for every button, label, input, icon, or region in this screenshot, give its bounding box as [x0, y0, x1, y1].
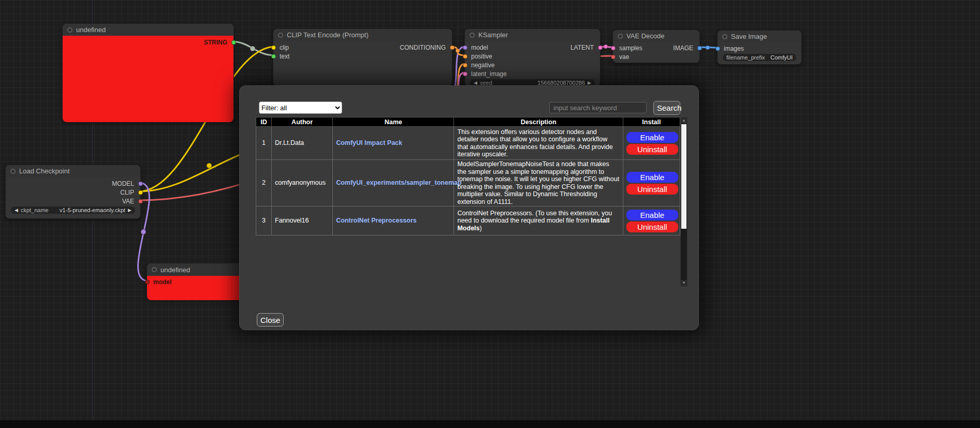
widget-label: filename_prefix [726, 54, 765, 61]
output-dot-clip[interactable] [138, 190, 143, 195]
slot-label-vae-out: VAE [122, 198, 134, 205]
node-undefined-top[interactable]: undefined STRING [62, 23, 234, 122]
ckpt-name-widget[interactable]: ◀ ckpt_name v1-5-pruned-emaonly.ckpt ▶ [11, 206, 135, 214]
input-dot-negative[interactable] [463, 63, 467, 67]
slot-label-latent: LATENT [571, 44, 594, 51]
scroll-down-icon[interactable]: ▼ [681, 280, 687, 286]
header-author: Author [272, 117, 333, 127]
input-dot-model[interactable] [145, 279, 150, 284]
input-dot-model[interactable] [463, 45, 467, 50]
slot-label-negative: negative [471, 62, 494, 69]
header-name: Name [333, 117, 454, 127]
enable-button[interactable]: Enable [626, 132, 678, 143]
slot-label-clip-out: CLIP [120, 189, 134, 196]
input-dot-vae[interactable] [611, 54, 616, 59]
table-row: 3 Fannovel16 ControlNet Preprocessors Co… [256, 206, 680, 235]
output-dot-string[interactable] [231, 40, 236, 45]
cell-description: ControlNet Preprocessors. (To use this e… [454, 206, 623, 235]
slot-label-image: IMAGE [673, 45, 693, 52]
node-collapse-dot-icon[interactable] [722, 34, 727, 39]
table-scrollbar[interactable]: ▲ ▼ [680, 117, 688, 287]
slot-row: clip CONDITIONING [273, 43, 452, 52]
node-load-checkpoint[interactable]: Load Checkpoint MODEL CLIP VAE ◀ ckpt_na… [5, 165, 141, 219]
input-dot-positive[interactable] [463, 54, 467, 58]
table-header-row: ID Author Name Description Install [256, 117, 680, 127]
uninstall-button[interactable]: Uninstall [626, 184, 678, 195]
output-dot-model[interactable] [138, 181, 143, 186]
extension-link[interactable]: ComfyUI_experiments/sampler_tonemap [336, 179, 461, 186]
slot-row: model LATENT [465, 43, 600, 52]
node-title-bar[interactable]: CLIP Text Encode (Prompt) [273, 29, 452, 41]
slot-label: STRING [204, 39, 227, 46]
node-title-bar[interactable]: Load Checkpoint [6, 165, 140, 177]
slot-label-latent-image: latent_image [471, 70, 507, 78]
node-title-bar[interactable]: undefined [63, 24, 233, 36]
scroll-up-icon[interactable]: ▲ [681, 117, 687, 124]
output-dot-vae[interactable] [138, 199, 143, 203]
slot-row: CLIP [6, 188, 140, 197]
slot-label-vae: vae [619, 53, 629, 61]
input-dot-images[interactable] [715, 46, 720, 51]
node-title: VAE Decode [626, 32, 664, 40]
node-collapse-dot-icon[interactable] [278, 33, 283, 38]
node-collapse-dot-icon[interactable] [152, 267, 157, 272]
bottom-bar [0, 420, 980, 428]
node-ksampler[interactable]: KSampler model LATENT positive negative … [464, 28, 601, 86]
node-collapse-dot-icon[interactable] [10, 169, 16, 174]
node-save-image[interactable]: Save Image images filename_prefix ComfyU… [717, 30, 802, 65]
extension-link[interactable]: ComfyUI Impact Pack [336, 139, 402, 146]
output-dot-latent[interactable] [598, 45, 603, 50]
slot-row: text [273, 52, 452, 61]
enable-button[interactable]: Enable [626, 210, 678, 220]
scrollbar-thumb[interactable] [681, 124, 686, 229]
slot-label-model-out: MODEL [112, 180, 134, 187]
arrow-left-icon[interactable]: ◀ [14, 206, 18, 214]
slot-row: images [718, 44, 801, 53]
slot-row: samples IMAGE [613, 43, 699, 52]
widget-value: v1-5-pruned-emaonly.ckpt [60, 207, 125, 213]
search-button[interactable]: Search [653, 101, 680, 115]
output-dot-conditioning[interactable] [450, 45, 455, 50]
node-title-bar[interactable]: Save Image [718, 31, 801, 42]
uninstall-button[interactable]: Uninstall [626, 222, 678, 232]
slot-label-conditioning: CONDITIONING [400, 44, 446, 51]
input-dot-latent-image[interactable] [463, 71, 467, 76]
node-collapse-dot-icon[interactable] [67, 27, 72, 33]
slot-label-images: images [724, 45, 744, 52]
close-button[interactable]: Close [257, 313, 284, 327]
wire-midpoint-dot [604, 45, 608, 49]
node-collapse-dot-icon[interactable] [618, 34, 623, 39]
filename-prefix-widget[interactable]: filename_prefix ComfyUI [723, 54, 796, 61]
extension-table-container: ID Author Name Description Install 1 Dr.… [256, 117, 688, 287]
slot-row: latent_image [465, 69, 600, 78]
extension-link[interactable]: ControlNet Preprocessors [336, 217, 417, 224]
input-dot-samples[interactable] [611, 46, 616, 50]
input-dot-clip[interactable] [271, 45, 276, 50]
node-clip-text-encode[interactable]: CLIP Text Encode (Prompt) clip CONDITION… [273, 28, 452, 86]
node-vae-decode[interactable]: VAE Decode samples IMAGE vae [612, 29, 700, 63]
slot-row: MODEL [6, 179, 140, 188]
node-title-bar[interactable]: KSampler [465, 29, 600, 41]
enable-button[interactable]: Enable [626, 172, 678, 183]
uninstall-button[interactable]: Uninstall [626, 144, 678, 155]
search-input[interactable] [549, 102, 647, 113]
output-slot-string: STRING [63, 38, 233, 47]
node-title: Save Image [731, 33, 767, 40]
slot-row: positive [465, 52, 600, 61]
node-title: undefined [76, 26, 106, 34]
arrow-right-icon[interactable]: ▶ [128, 206, 131, 214]
slot-label-positive: positive [471, 53, 492, 60]
node-title: Load Checkpoint [19, 167, 70, 175]
cell-author: Fannovel16 [272, 206, 333, 235]
node-collapse-dot-icon[interactable] [470, 33, 475, 38]
header-install: Install [623, 117, 680, 127]
cell-description: This extension offers various detector n… [454, 127, 623, 160]
slot-label-clip: clip [280, 44, 289, 51]
input-dot-text[interactable] [271, 54, 276, 58]
output-dot-image[interactable] [697, 46, 702, 50]
filter-select[interactable]: Filter: all [259, 101, 342, 114]
extension-manager-dialog: Filter: all Search ID Author Name Descri… [239, 85, 699, 330]
node-title-bar[interactable]: VAE Decode [613, 30, 699, 42]
slot-row: negative [465, 61, 600, 69]
cell-id: 3 [256, 206, 272, 235]
